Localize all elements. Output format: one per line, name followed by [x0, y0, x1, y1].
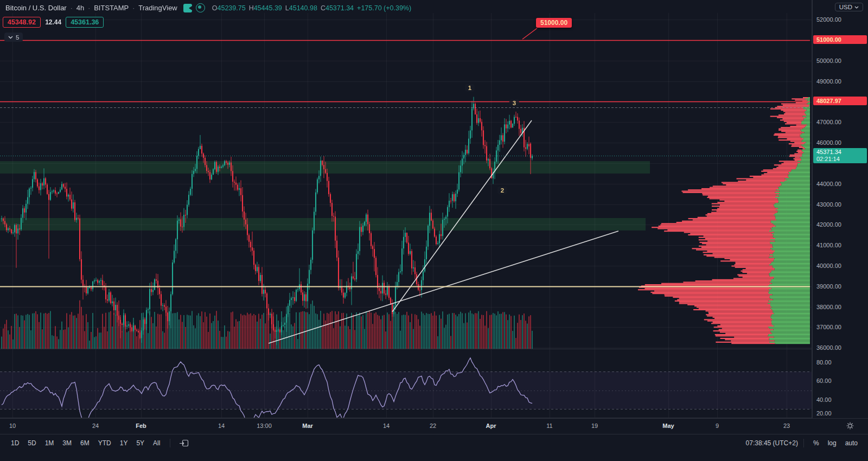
time-tick: 22 [430, 422, 436, 429]
ask-button[interactable]: 45361.36 [66, 17, 104, 28]
price-tick: 39000.00 [816, 283, 841, 290]
price-tick: 44000.00 [816, 181, 841, 187]
price-tick: 49000.00 [816, 78, 841, 85]
range-button-all[interactable]: All [149, 438, 164, 449]
quote-row: 45348.92 12.44 45361.36 [3, 17, 104, 28]
alert-callout-label[interactable]: 51000.00 [536, 18, 572, 28]
brand-label: TradingView [138, 4, 177, 12]
price-tick: 36000.00 [816, 344, 841, 351]
change-value: +175.70 (+0.39%) [357, 4, 411, 12]
range-button-3m[interactable]: 3M [58, 438, 76, 449]
time-tick: Feb [136, 422, 146, 429]
price-tick: 52000.00 [816, 16, 841, 23]
alert-price-label-48027[interactable]: 48027.97 [813, 97, 867, 105]
exchange-label: BITSTAMP [94, 4, 129, 12]
interval-label[interactable]: 4h [76, 4, 84, 12]
time-tick: 23 [783, 422, 790, 429]
separator-dot: · [71, 4, 73, 12]
rsi-tick: 60.00 [816, 377, 832, 384]
go-to-date-icon [179, 439, 189, 447]
percent-scale-button[interactable]: % [809, 438, 823, 449]
toolbar-divider [803, 439, 804, 447]
price-tick: 43000.00 [816, 201, 841, 208]
current-price-label: 45371.34 02:21:14 [813, 148, 867, 163]
chevron-down-icon [8, 36, 13, 39]
current-price-value: 45371.34 [816, 149, 864, 156]
time-tick: 10 [9, 422, 16, 429]
price-tick: 42000.00 [816, 221, 841, 228]
rsi-tick: 80.00 [816, 359, 832, 366]
go-to-date-button[interactable] [176, 438, 193, 449]
symbol-title[interactable]: Bitcoin / U.S. Dollar [5, 4, 67, 12]
date-range-buttons: 1D5D1M3M6MYTD1Y5YAll [7, 439, 164, 447]
low-value: 45140.98 [289, 4, 317, 12]
separator-dot: · [132, 4, 135, 12]
axis-settings-gear-icon[interactable] [846, 421, 854, 432]
range-button-5y[interactable]: 5Y [132, 438, 149, 449]
currency-selector[interactable]: USD [835, 3, 863, 11]
price-axis[interactable]: USD 52000.0050000.0049000.0047000.004600… [812, 0, 868, 433]
range-button-1y[interactable]: 1Y [116, 438, 132, 449]
bottom-toolbar: 1D5D1M3M6MYTD1Y5YAll 07:38:45 (UTC+2) % … [0, 434, 868, 452]
rsi-tick: 20.00 [816, 410, 832, 417]
price-tick: 37000.00 [816, 324, 841, 330]
time-tick: 14 [383, 422, 390, 429]
rsi-tick: 40.00 [816, 396, 832, 403]
range-button-6m[interactable]: 6M [76, 438, 94, 449]
collapsed-count: 5 [16, 34, 19, 41]
range-button-1d[interactable]: 1D [7, 438, 23, 449]
price-tick: 40000.00 [816, 262, 841, 269]
chart-legend: Bitcoin / U.S. Dollar · 4h · BITSTAMP · … [5, 3, 411, 12]
currency-label: USD [839, 4, 852, 10]
bar-countdown: 02:21:14 [816, 156, 864, 163]
wave-label-1[interactable]: 1 [465, 84, 475, 92]
time-tick: 14 [218, 422, 225, 429]
tradingview-chart-window: Bitcoin / U.S. Dollar · 4h · BITSTAMP · … [0, 0, 868, 461]
price-tick: 50000.00 [816, 57, 841, 64]
collapsed-indicators-chip[interactable]: 5 [4, 33, 23, 42]
symbol-flag-icon[interactable] [183, 4, 192, 12]
exchange-logo-icon [196, 3, 205, 12]
time-tick: 19 [591, 422, 598, 429]
price-tick: 46000.00 [816, 139, 841, 146]
time-tick: 9 [716, 422, 719, 429]
price-tick: 41000.00 [816, 242, 841, 248]
session-clock[interactable]: 07:38:45 (UTC+2) [746, 439, 798, 447]
time-tick: 13:00 [257, 422, 272, 429]
range-button-5d[interactable]: 5D [23, 438, 40, 449]
alert-price-label-51000[interactable]: 51000.00 [813, 35, 867, 44]
chevron-down-icon [854, 6, 859, 9]
time-tick: 11 [546, 422, 552, 429]
separator-dot: · [88, 4, 90, 12]
log-scale-button[interactable]: log [824, 438, 840, 449]
range-button-ytd[interactable]: YTD [94, 438, 116, 449]
price-tick: 47000.00 [816, 119, 841, 125]
bid-button[interactable]: 45348.92 [3, 17, 41, 28]
wave-label-3[interactable]: 3 [509, 99, 519, 107]
time-axis[interactable]: 1024Feb1413:00Mar1422Apr1119May923 [0, 418, 868, 434]
spread-value: 12.44 [45, 18, 61, 26]
wave-label-2[interactable]: 2 [497, 187, 507, 194]
time-tick: 24 [92, 422, 99, 429]
time-tick: Apr [486, 422, 496, 429]
open-value: 45239.75 [218, 4, 246, 12]
range-button-1m[interactable]: 1M [41, 438, 59, 449]
time-tick: Mar [302, 422, 313, 429]
close-value: 45371.34 [326, 4, 354, 12]
chart-canvas[interactable] [0, 0, 868, 461]
time-tick: May [662, 422, 674, 429]
auto-scale-button[interactable]: auto [841, 438, 861, 449]
high-value: 45445.39 [254, 4, 282, 12]
price-tick: 38000.00 [816, 304, 841, 310]
ohlc-readout: O45239.75 H45445.39 L45140.98 C45371.34 … [212, 4, 411, 12]
toolbar-divider [170, 439, 170, 447]
